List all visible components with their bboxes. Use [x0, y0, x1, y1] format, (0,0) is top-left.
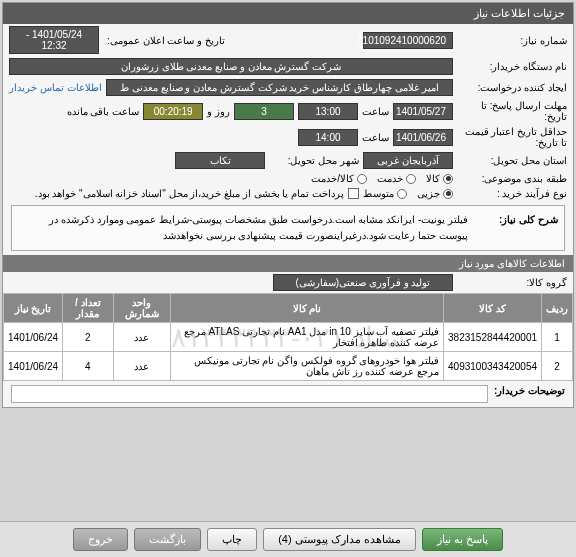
- radio-both[interactable]: کالا/خدمت: [311, 173, 367, 184]
- th-unit: واحد شمارش: [113, 294, 170, 323]
- th-name: نام کالا: [170, 294, 443, 323]
- panel-title: جزئیات اطلاعات نیاز: [3, 3, 573, 24]
- buyer-label: نام دستگاه خریدار:: [457, 61, 567, 72]
- days-count: 3: [234, 103, 294, 120]
- remain-label: ساعت باقی مانده: [67, 106, 140, 117]
- buyer-notes-field[interactable]: [11, 385, 488, 403]
- category-radios: کالا خدمت کالا/خدمت: [311, 173, 453, 184]
- table-wrap: ستاد ۰۲۱-۸۱۳۳۳۳۳۳ ردیف کد کالا نام کالا …: [3, 293, 573, 381]
- creator-label: ایجاد کننده درخواست:: [457, 82, 567, 93]
- deadline-send-date: 1401/05/27: [393, 103, 453, 120]
- exit-button[interactable]: خروج: [73, 528, 128, 551]
- desc-label: شرح کلی نیاز:: [468, 212, 558, 244]
- deadline-send-label: مهلت ارسال پاسخ: تا تاریخ:: [457, 100, 567, 122]
- respond-button[interactable]: پاسخ به نیاز: [422, 528, 503, 551]
- remain-time: 00:20:19: [143, 103, 203, 120]
- radio-partial[interactable]: جزیی: [417, 188, 453, 199]
- creator-value: امیر غلامی چهارطاق کارشناس خرید شرکت گست…: [106, 79, 453, 96]
- days-label: روز و: [207, 106, 230, 117]
- process-label: نوع فرآیند خرید :: [457, 188, 567, 199]
- th-date: تاریخ نیاز: [4, 294, 63, 323]
- city-label: شهر محل تحویل:: [269, 155, 359, 166]
- description-box: شرح کلی نیاز: فیلتر یونیت- ایرانکد مشابه…: [11, 205, 565, 251]
- buyer-notes-row: توضیحات خریدار:: [3, 381, 573, 407]
- time-label-1: ساعت: [362, 106, 389, 117]
- announce-label: تاریخ و ساعت اعلان عمومی:: [107, 35, 225, 46]
- th-code: کد کالا: [444, 294, 542, 323]
- city-value: تکاب: [175, 152, 265, 169]
- group-label: گروه کالا:: [457, 277, 567, 288]
- validity-date: 1401/06/26: [393, 129, 453, 146]
- validity-time: 14:00: [298, 129, 358, 146]
- radio-medium[interactable]: متوسط: [363, 188, 407, 199]
- print-button[interactable]: چاپ: [207, 528, 257, 551]
- table-row[interactable]: 1 3823152844420001 فیلتر تصفیه آب سایز 1…: [4, 323, 573, 352]
- deadline-send-time: 13:00: [298, 103, 358, 120]
- contact-link[interactable]: اطلاعات تماس خریدار: [9, 82, 102, 93]
- table-header-row: ردیف کد کالا نام کالا واحد شمارش تعداد /…: [4, 294, 573, 323]
- th-idx: ردیف: [542, 294, 573, 323]
- th-qty: تعداد / مقدار: [63, 294, 114, 323]
- need-no-value: 1101092410000620: [363, 32, 453, 49]
- items-table: ردیف کد کالا نام کالا واحد شمارش تعداد /…: [3, 293, 573, 381]
- group-value: تولید و فرآوری صنعتی(سفارشی): [273, 274, 453, 291]
- buyer-notes-label: توضیحات خریدار:: [494, 385, 565, 403]
- province-value: آذربایجان غربی: [363, 152, 453, 169]
- back-button[interactable]: بازگشت: [134, 528, 201, 551]
- attachments-button[interactable]: مشاهده مدارک پیوستی (4): [263, 528, 416, 551]
- buyer-value: شرکت گسترش معادن و صنایع معدنی طلای زرشو…: [9, 58, 453, 75]
- province-label: استان محل تحویل:: [457, 155, 567, 166]
- desc-text: فیلتر یونیت- ایرانکد مشابه است.درخواست ط…: [18, 212, 468, 244]
- need-details-panel: جزئیات اطلاعات نیاز شماره نیاز: 11010924…: [2, 2, 574, 408]
- time-label-2: ساعت: [362, 132, 389, 143]
- payment-checkbox[interactable]: [348, 188, 359, 199]
- payment-note: پرداخت تمام یا بخشی از مبلغ خرید،از محل …: [35, 188, 344, 199]
- category-label: طبقه بندی موضوعی:: [457, 173, 567, 184]
- table-row[interactable]: 2 4093100343420054 فیلتر هوا خودروهای گر…: [4, 352, 573, 381]
- process-radios: جزیی متوسط: [363, 188, 453, 199]
- radio-khadamat[interactable]: خدمت: [377, 173, 416, 184]
- items-header: اطلاعات کالاهای مورد نیاز: [3, 255, 573, 272]
- radio-kala[interactable]: کالا: [426, 173, 453, 184]
- validity-label: حداقل تاریخ اعتبار قیمت تا تاریخ:: [457, 126, 567, 148]
- buttons-bar: پاسخ به نیاز مشاهده مدارک پیوستی (4) چاپ…: [0, 521, 576, 557]
- announce-value: 1401/05/24 - 12:32: [9, 26, 99, 54]
- need-no-label: شماره نیاز:: [457, 35, 567, 46]
